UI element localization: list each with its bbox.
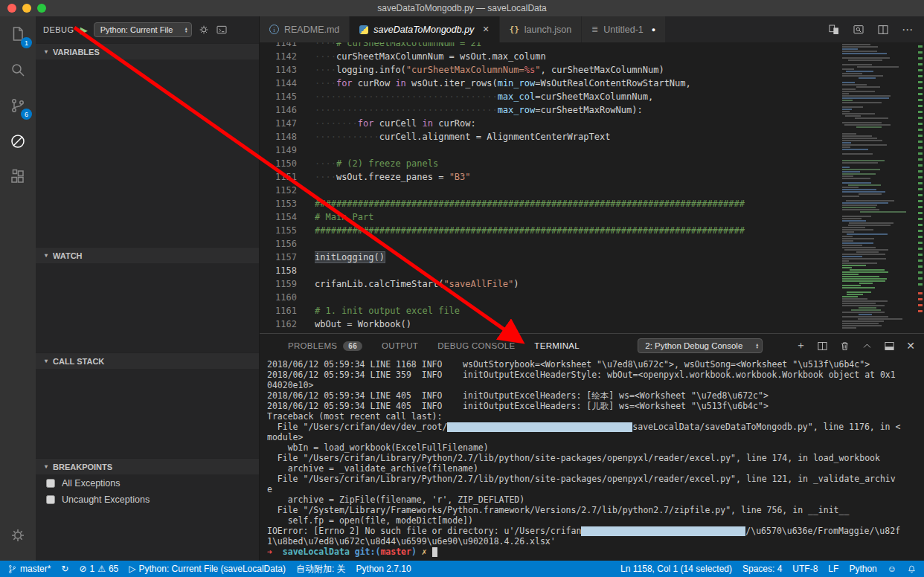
line-number[interactable]: 1142 (260, 50, 297, 63)
notifications-button[interactable] (907, 564, 917, 574)
line-number[interactable]: 1158 (260, 264, 297, 277)
code-line[interactable]: # 1. init output excel file (315, 304, 839, 317)
maximize-panel-button[interactable] (862, 341, 873, 352)
code-line[interactable]: initLogging() (315, 251, 839, 264)
code-line[interactable]: ····for curRow in wsOut.iter_rows(min_ro… (315, 77, 839, 90)
code-line[interactable]: ····wsOut.freeze_panes = "B3" (315, 170, 839, 184)
cursor-position-status[interactable]: Ln 1158, Col 1 (14 selected) (620, 564, 732, 574)
line-number[interactable]: 1155 (260, 224, 297, 237)
debug-console-toggle-button[interactable] (216, 24, 228, 36)
toggle-panel-button[interactable] (884, 341, 895, 352)
activity-debug[interactable] (0, 123, 36, 159)
line-number[interactable]: 1154 (260, 210, 297, 224)
activity-source-control[interactable]: 6 (0, 88, 36, 123)
close-window-button[interactable] (7, 4, 16, 13)
activity-search[interactable] (0, 52, 36, 88)
code-line[interactable] (315, 291, 839, 304)
line-number[interactable]: 1143 (260, 63, 297, 77)
line-number[interactable]: 1149 (260, 144, 297, 157)
line-number[interactable]: 1146 (260, 103, 297, 117)
code-line[interactable]: ········for curCell in curRow: (315, 117, 839, 130)
language-mode-status[interactable]: Python (849, 564, 876, 574)
code-editor[interactable]: 1141114211431144114511461147114811491150… (260, 42, 924, 333)
code-line[interactable] (315, 237, 839, 251)
split-editor-button[interactable] (877, 24, 889, 36)
code-line[interactable]: ··································max_co… (315, 90, 839, 103)
section-breakpoints[interactable]: ▾ BREAKPOINTS (36, 458, 259, 474)
line-number[interactable]: 1153 (260, 197, 297, 210)
line-number[interactable]: 1156 (260, 237, 297, 251)
close-tab-icon[interactable]: ✕ (482, 25, 489, 34)
code-line[interactable]: ····# curSheetMaxColumnNum = 21 (315, 42, 839, 50)
line-number[interactable]: 1152 (260, 184, 297, 197)
minimize-window-button[interactable] (22, 4, 31, 13)
new-terminal-button[interactable]: ＋ (795, 339, 806, 352)
code-line[interactable]: ············curCell.alignment = Alignmen… (315, 130, 839, 144)
section-watch[interactable]: ▾ WATCH (36, 247, 259, 263)
terminal-selector-dropdown[interactable]: 2: Python Debug Console ▲▼ (638, 338, 763, 353)
line-number[interactable]: 1141 (260, 42, 297, 50)
code-line[interactable]: wbOut = Workbook() (315, 317, 839, 331)
python-version-status[interactable]: Python 2.7.10 (356, 564, 411, 574)
code-line[interactable]: ····# (2) freeze panels (315, 157, 839, 170)
tab-untitled-1[interactable]: ≣ Untitled-1 ● (582, 16, 666, 42)
split-terminal-button[interactable] (817, 341, 828, 352)
uncaught-exceptions-checkbox[interactable] (46, 495, 55, 504)
line-number[interactable]: 1150 (260, 157, 297, 170)
launch-config-dropdown[interactable]: Python: Current File ▲▼ (94, 22, 192, 37)
line-number[interactable]: 1161 (260, 304, 297, 317)
activity-explorer[interactable]: 1 (0, 16, 36, 52)
tab-launch-json[interactable]: {} launch.json (500, 16, 583, 42)
panel-tab-output[interactable]: OUTPUT (382, 341, 418, 350)
start-debug-button[interactable]: ▶ (80, 25, 88, 36)
code-line[interactable]: # Main Part (315, 210, 839, 224)
encoding-status[interactable]: UTF-8 (792, 564, 818, 574)
line-number[interactable]: 1157 (260, 251, 297, 264)
configure-gear-button[interactable] (198, 24, 210, 36)
tab-savedatatomongodb[interactable]: saveDataToMongodb.py ✕ (350, 16, 499, 42)
line-number[interactable]: 1148 (260, 130, 297, 144)
panel-tab-problems[interactable]: PROBLEMS 66 (288, 341, 362, 351)
tab-readme[interactable]: i README.md (260, 16, 350, 42)
close-panel-button[interactable]: ✕ (906, 340, 915, 352)
line-number[interactable]: 1151 (260, 170, 297, 184)
line-number[interactable]: 1147 (260, 117, 297, 130)
minimap[interactable] (841, 42, 915, 333)
panel-tab-debug-console[interactable]: DEBUG CONSOLE (437, 341, 515, 350)
eol-status[interactable]: LF (828, 564, 838, 574)
line-number[interactable]: 1162 (260, 317, 297, 331)
kill-terminal-button[interactable] (839, 341, 850, 352)
code-line[interactable]: ··································max_ro… (315, 103, 839, 117)
open-changes-button[interactable] (828, 24, 840, 36)
code-line[interactable]: ····logging.info("curSheetMaxColumnNum=%… (315, 63, 839, 77)
line-number[interactable]: 1144 (260, 77, 297, 90)
problems-status[interactable]: ⊘ 1 ⚠ 65 (79, 564, 118, 574)
section-call-stack[interactable]: ▾ CALL STACK (36, 352, 259, 369)
code-line[interactable]: ########################################… (315, 224, 839, 237)
terminal-output[interactable]: 2018/06/12 05:59:34 LINE 1168 INFO wsOut… (267, 359, 921, 559)
more-actions-button[interactable]: ⋯ (902, 23, 914, 36)
debug-target-status[interactable]: ▷ Python: Current File (saveLocalData) (129, 564, 286, 574)
indentation-status[interactable]: Spaces: 4 (742, 564, 782, 574)
code-line[interactable] (315, 184, 839, 197)
panel-tab-terminal[interactable]: TERMINAL (534, 341, 580, 350)
git-branch-status[interactable]: master* (7, 564, 51, 574)
open-preview-button[interactable] (853, 24, 864, 36)
auto-attach-status[interactable]: 自动附加: 关 (296, 563, 346, 576)
code-line[interactable] (315, 144, 839, 157)
section-variables[interactable]: ▾ VARIABLES (36, 43, 259, 59)
line-number[interactable]: 1159 (260, 277, 297, 291)
activity-extensions[interactable] (0, 159, 36, 195)
line-number[interactable]: 1145 (260, 90, 297, 103)
line-number[interactable]: 1160 (260, 291, 297, 304)
sync-button[interactable]: ↻ (61, 564, 68, 574)
overview-ruler[interactable] (916, 42, 924, 333)
code-line[interactable] (315, 264, 839, 277)
zoom-window-button[interactable] (37, 4, 46, 13)
code-line[interactable]: crifanLib.calcTimeStart("saveAllFile") (315, 277, 839, 291)
code-line[interactable]: ########################################… (315, 197, 839, 210)
code-line[interactable]: ····curSheetMaxColumnNum = wsOut.max_col… (315, 50, 839, 63)
feedback-button[interactable]: ☺ (888, 564, 896, 574)
all-exceptions-checkbox[interactable] (46, 479, 55, 488)
activity-settings[interactable] (0, 518, 36, 553)
